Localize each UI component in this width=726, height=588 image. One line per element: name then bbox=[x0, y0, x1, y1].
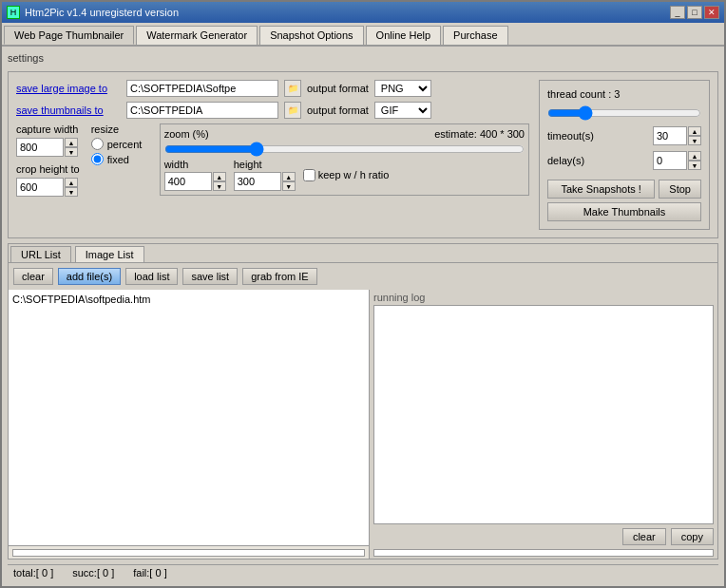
timeout-label: timeout(s) bbox=[547, 130, 594, 142]
crop-height-up[interactable]: ▲ bbox=[65, 178, 78, 187]
status-total: total:[ 0 ] bbox=[13, 567, 53, 579]
maximize-button[interactable]: □ bbox=[687, 6, 702, 19]
crop-height-spin: ▲ ▼ bbox=[16, 178, 80, 197]
capture-width-down[interactable]: ▼ bbox=[65, 147, 78, 157]
keep-ratio-row: keep w / h ratio bbox=[303, 169, 390, 181]
zoom-estimate-value: 400 * 300 bbox=[480, 128, 525, 140]
delay-up[interactable]: ▲ bbox=[688, 151, 701, 161]
delay-input[interactable] bbox=[653, 151, 687, 170]
fixed-label: fixed bbox=[107, 154, 129, 165]
zoom-height-arrows: ▲ ▼ bbox=[282, 172, 296, 191]
main-content: settings save large image to 📁 output fo… bbox=[2, 47, 724, 586]
output-format-thumbs-select[interactable]: GIF PNG JPG bbox=[374, 102, 431, 119]
make-thumbnails-button[interactable]: Make Thumbnails bbox=[547, 202, 701, 221]
inner-tab-bar: URL List Image List bbox=[9, 244, 717, 263]
timeout-down[interactable]: ▼ bbox=[688, 136, 701, 145]
timeout-input[interactable] bbox=[653, 126, 687, 145]
zoom-width-down[interactable]: ▼ bbox=[213, 181, 226, 191]
capture-width-up[interactable]: ▲ bbox=[65, 138, 78, 147]
tab-online-help[interactable]: Online Help bbox=[366, 26, 441, 45]
title-bar-left: H Htm2Pic v1.4 unregisterd version bbox=[7, 6, 179, 19]
url-item: C:\SOFTPEDIA\softpedia.htm bbox=[12, 294, 365, 305]
capture-width-input[interactable] bbox=[16, 138, 64, 157]
zoom-width-input[interactable] bbox=[164, 172, 212, 191]
tab-bar: Web Page Thumbnailer Watermark Generator… bbox=[2, 23, 724, 47]
output-format-large-select[interactable]: PNG JPG BMP bbox=[374, 80, 431, 97]
tab-watermark-generator[interactable]: Watermark Generator bbox=[136, 26, 258, 45]
crop-height-arrows: ▲ ▼ bbox=[65, 178, 78, 197]
tab-image-list[interactable]: Image List bbox=[75, 246, 144, 262]
add-files-button[interactable]: add file(s) bbox=[58, 268, 121, 285]
zoom-header: zoom (%) estimate: 400 * 300 bbox=[164, 128, 525, 140]
percent-radio[interactable] bbox=[91, 138, 104, 150]
delay-arrows: ▲ ▼ bbox=[688, 151, 701, 170]
output-format-large-label: output format bbox=[307, 83, 369, 94]
tab-web-page-thumbnailer[interactable]: Web Page Thumbnailer bbox=[4, 26, 134, 45]
thread-count-label: thread count : 3 bbox=[547, 88, 701, 100]
save-thumbs-row: save thumbnails to 📁 output format GIF P… bbox=[16, 102, 529, 119]
timeout-row: timeout(s) ▲ ▼ bbox=[547, 126, 701, 145]
log-content bbox=[373, 305, 714, 524]
snapshot-row: Take Snapshots ! Stop bbox=[547, 180, 701, 199]
zoom-height-up[interactable]: ▲ bbox=[282, 172, 296, 181]
take-snapshots-button[interactable]: Take Snapshots ! bbox=[547, 180, 655, 199]
log-copy-button[interactable]: copy bbox=[671, 528, 714, 545]
capture-width-spin: ▲ ▼ bbox=[16, 138, 80, 157]
crop-height-label: crop height to bbox=[16, 163, 80, 175]
delay-label: delay(s) bbox=[547, 155, 584, 166]
zoom-width-up[interactable]: ▲ bbox=[213, 172, 226, 181]
zoom-height-input[interactable] bbox=[234, 172, 281, 191]
resize-group: resize percent fixed bbox=[91, 123, 148, 168]
log-progress-bar bbox=[373, 549, 714, 557]
url-list-content: C:\SOFTPEDIA\softpedia.htm bbox=[9, 290, 369, 545]
percent-radio-row: percent bbox=[91, 138, 148, 150]
zoom-estimate-label: estimate: bbox=[434, 128, 477, 140]
save-list-button[interactable]: save list bbox=[182, 268, 238, 285]
height-group: height ▲ ▼ bbox=[234, 159, 296, 191]
delay-down[interactable]: ▼ bbox=[688, 161, 701, 170]
output-format-thumbs-label: output format bbox=[307, 104, 369, 116]
tab-purchase[interactable]: Purchase bbox=[443, 26, 507, 45]
clear-url-button[interactable]: clear bbox=[13, 268, 53, 285]
fixed-radio[interactable] bbox=[91, 153, 104, 165]
app-icon: H bbox=[7, 6, 20, 19]
grab-ie-button[interactable]: grab from IE bbox=[242, 268, 317, 285]
keep-ratio-checkbox[interactable] bbox=[303, 169, 315, 181]
status-succ: succ:[ 0 ] bbox=[72, 567, 114, 579]
keep-ratio-label: keep w / h ratio bbox=[318, 169, 390, 180]
tab-url-list[interactable]: URL List bbox=[10, 246, 71, 262]
url-horizontal-scrollbar[interactable] bbox=[12, 549, 365, 557]
save-large-row: save large image to 📁 output format PNG … bbox=[16, 80, 529, 97]
stop-button[interactable]: Stop bbox=[659, 180, 701, 199]
title-controls: _ □ ✕ bbox=[670, 6, 719, 19]
status-fail: fail:[ 0 ] bbox=[133, 567, 166, 579]
capture-width-label: capture width bbox=[16, 123, 80, 135]
minimize-button[interactable]: _ bbox=[670, 6, 685, 19]
log-clear-button[interactable]: clear bbox=[622, 528, 666, 545]
bottom-section: URL List Image List clear add file(s) lo… bbox=[8, 243, 718, 560]
zoom-label: zoom (%) bbox=[164, 128, 209, 140]
thread-slider[interactable] bbox=[547, 105, 701, 121]
zoom-height-down[interactable]: ▼ bbox=[282, 181, 296, 191]
load-list-button[interactable]: load list bbox=[125, 268, 178, 285]
resize-label: resize bbox=[91, 123, 148, 135]
main-window: H Htm2Pic v1.4 unregisterd version _ □ ✕… bbox=[0, 0, 726, 588]
zoom-slider[interactable] bbox=[164, 142, 525, 156]
crop-height-input[interactable] bbox=[16, 178, 64, 197]
status-bar: total:[ 0 ] succ:[ 0 ] fail:[ 0 ] bbox=[8, 564, 718, 580]
save-large-folder-btn[interactable]: 📁 bbox=[284, 80, 301, 97]
save-thumbs-path[interactable] bbox=[126, 102, 278, 119]
save-thumbs-link[interactable]: save thumbnails to bbox=[16, 104, 121, 116]
action-buttons: Take Snapshots ! Stop Make Thumbnails bbox=[547, 180, 701, 221]
crop-height-down[interactable]: ▼ bbox=[65, 187, 78, 197]
close-button[interactable]: ✕ bbox=[704, 6, 719, 19]
save-large-link[interactable]: save large image to bbox=[16, 83, 121, 94]
save-thumbs-folder-btn[interactable]: 📁 bbox=[284, 102, 301, 119]
save-large-path[interactable] bbox=[126, 80, 278, 97]
capture-width-group: capture width ▲ ▼ crop height to bbox=[16, 123, 80, 197]
zoom-section: zoom (%) estimate: 400 * 300 width bbox=[160, 123, 529, 196]
log-actions: clear copy bbox=[370, 524, 717, 549]
timeout-up[interactable]: ▲ bbox=[688, 126, 701, 136]
log-label: running log bbox=[370, 290, 717, 305]
tab-snapshot-options[interactable]: Snapshot Options bbox=[259, 26, 363, 45]
